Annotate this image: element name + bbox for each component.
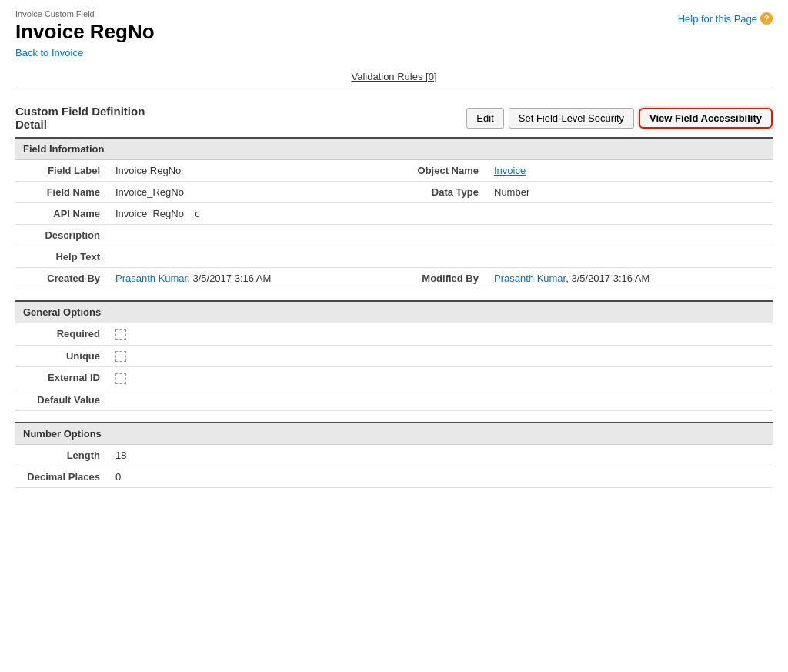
table-row: Default Value [15, 389, 773, 410]
table-row: Decimal Places 0 [15, 466, 773, 487]
external-id-checkbox [108, 367, 413, 389]
number-options-table: Length 18 Decimal Places 0 [15, 445, 773, 488]
created-by-label: Created By [15, 268, 108, 289]
help-label: Help for this Page [678, 13, 757, 25]
data-type-label: Data Type [394, 182, 486, 203]
external-id-checkbox-input [115, 373, 126, 384]
edit-button[interactable]: Edit [466, 108, 503, 129]
external-id-label: External ID [15, 367, 108, 389]
description-label: Description [15, 225, 108, 246]
required-checkbox-input [115, 329, 126, 340]
help-icon: ? [760, 12, 773, 25]
general-options-section: General Options Required Unique External… [15, 300, 773, 411]
field-label-label: Field Label [15, 160, 108, 182]
section-definition-title: Custom Field Definition Detail [15, 105, 145, 131]
custom-field-header: Custom Field Definition Detail Edit Set … [15, 99, 773, 137]
table-row: Field Label Invoice RegNo Object Name In… [15, 160, 773, 182]
table-row: Created By Prasanth Kumar, 3/5/2017 3:16… [15, 268, 773, 289]
created-by-value: Prasanth Kumar, 3/5/2017 3:16 AM [108, 268, 394, 289]
view-field-accessibility-button[interactable]: View Field Accessibility [639, 108, 773, 129]
help-link[interactable]: Help for this Page ? [678, 12, 773, 25]
decimal-places-label: Decimal Places [15, 466, 108, 487]
number-options-section: Number Options Length 18 Decimal Places … [15, 422, 773, 488]
field-information-section: Field Information Field Label Invoice Re… [15, 137, 773, 289]
table-row: Help Text [15, 246, 773, 268]
created-by-link[interactable]: Prasanth Kumar [115, 272, 187, 284]
table-row: API Name Invoice_RegNo__c [15, 203, 773, 225]
table-row: Unique [15, 345, 773, 367]
length-value: 18 [108, 445, 416, 466]
modified-by-label: Modified By [394, 268, 486, 289]
general-options-table: Required Unique External ID Default Valu… [15, 323, 773, 411]
table-row: Field Name Invoice_RegNo Data Type Numbe… [15, 182, 773, 203]
length-label: Length [15, 445, 108, 466]
field-name-label: Field Name [15, 182, 108, 203]
field-information-title: Field Information [15, 139, 773, 160]
api-name-label: API Name [15, 203, 108, 225]
decimal-places-value: 0 [108, 466, 416, 487]
table-row: Length 18 [15, 445, 773, 466]
validation-rules-link[interactable]: Validation Rules [0] [351, 71, 436, 82]
general-options-title: General Options [15, 302, 773, 323]
api-name-value: Invoice_RegNo__c [108, 203, 394, 225]
number-options-title: Number Options [15, 423, 773, 445]
default-value-value [108, 389, 413, 410]
unique-label: Unique [15, 345, 108, 367]
table-row: Required [15, 323, 773, 345]
field-name-value: Invoice_RegNo [108, 182, 394, 203]
page-title: Invoice RegNo [15, 20, 155, 44]
description-value [108, 225, 394, 246]
field-info-table: Field Label Invoice RegNo Object Name In… [15, 160, 773, 289]
help-text-value [108, 246, 394, 268]
unique-checkbox [108, 345, 413, 367]
modified-by-value: Prasanth Kumar, 3/5/2017 3:16 AM [486, 268, 773, 289]
required-label: Required [15, 323, 108, 345]
page-subtitle: Invoice Custom Field [15, 9, 155, 18]
back-to-invoice-link[interactable]: Back to Invoice [15, 47, 83, 59]
field-label-value: Invoice RegNo [108, 160, 394, 182]
object-name-value: Invoice [486, 160, 773, 182]
invoice-link[interactable]: Invoice [494, 165, 526, 176]
action-buttons: Edit Set Field-Level Security View Field… [466, 108, 773, 129]
set-field-level-security-button[interactable]: Set Field-Level Security [509, 108, 634, 129]
default-value-label: Default Value [15, 389, 108, 410]
unique-checkbox-input [115, 351, 126, 362]
table-row: Description [15, 225, 773, 246]
modified-by-link[interactable]: Prasanth Kumar [494, 272, 566, 284]
help-text-label: Help Text [15, 246, 108, 268]
object-name-label: Object Name [394, 160, 486, 182]
table-row: External ID [15, 367, 773, 389]
data-type-value: Number [486, 182, 773, 203]
required-checkbox [108, 323, 413, 345]
